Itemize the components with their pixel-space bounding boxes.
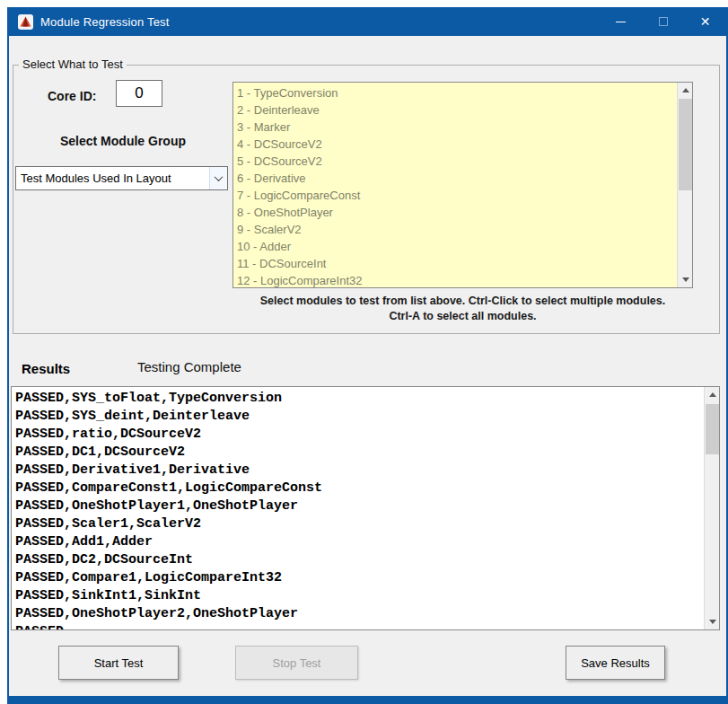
close-button[interactable]: ✕ — [684, 7, 726, 36]
module-list-item[interactable]: 10 - Adder — [237, 238, 677, 255]
results-listbox[interactable]: PASSED,SYS_toFloat,TypeConversionPASSED,… — [11, 386, 720, 630]
results-clip: PASSED,SYS_toFloat,TypeConversionPASSED,… — [12, 387, 704, 629]
module-list-item[interactable]: 12 - LogicCompareInt32 — [237, 272, 677, 287]
maximize-icon — [659, 17, 668, 26]
titlebar[interactable]: Module Regression Test ✕ — [9, 7, 726, 36]
module-list-item[interactable]: 3 - Marker — [237, 119, 677, 136]
chevron-down-icon — [215, 172, 224, 181]
results-scrollbar-thumb[interactable] — [706, 404, 719, 454]
testing-status-text: Testing Complete — [137, 359, 241, 374]
minimize-icon — [616, 22, 626, 22]
results-label: Results — [22, 361, 70, 376]
result-line[interactable]: PASSED,Compare1,LogicCompareInt32 — [15, 569, 704, 587]
scroll-down-icon[interactable] — [705, 614, 720, 629]
result-line[interactable]: PASSED,OneShotPlayer2,OneShotPlayer — [15, 605, 704, 623]
group-label: Select What to Test — [19, 57, 127, 71]
result-line[interactable]: PASSED,Scaler1,ScalerV2 — [15, 515, 704, 533]
result-line[interactable]: PASSED,CompareConst1,LogicCompareConst — [15, 480, 704, 497]
module-group-selected-value: Test Modules Used In Layout — [16, 172, 209, 185]
modules-listbox[interactable]: 1 - TypeConversion2 - Deinterleave3 - Ma… — [232, 82, 693, 288]
stop-test-button[interactable]: Stop Test — [235, 646, 358, 680]
result-line-partial: PASSED, — [15, 623, 704, 629]
scroll-up-icon[interactable] — [678, 83, 693, 98]
start-test-button[interactable]: Start Test — [58, 646, 179, 680]
module-group-label: Select Module Group — [15, 134, 231, 148]
scroll-down-icon[interactable] — [678, 272, 693, 287]
result-line[interactable]: PASSED,OneShotPlayer1,OneShotPlayer — [15, 497, 704, 515]
module-list-item[interactable]: 6 - Derivative — [237, 170, 677, 187]
module-list-item[interactable]: 4 - DCSourceV2 — [237, 136, 677, 153]
module-list-item[interactable]: 5 - DCSourceV2 — [237, 153, 677, 170]
window-body: Select What to Test Core ID: 0 Select Mo… — [9, 36, 726, 696]
results-items: PASSED,SYS_toFloat,TypeConversionPASSED,… — [15, 390, 704, 623]
result-line[interactable]: PASSED,SYS_deint,Deinterleave — [15, 408, 704, 426]
modules-help-text: Select modules to test from list above. … — [232, 294, 693, 324]
module-list-item[interactable]: 1 - TypeConversion — [237, 84, 677, 101]
select-what-to-test-group: Select What to Test Core ID: 0 Select Mo… — [13, 65, 720, 334]
matlab-icon — [18, 14, 33, 30]
help-line-2: Ctrl-A to select all modules. — [232, 309, 693, 324]
core-id-label: Core ID: — [48, 89, 96, 103]
module-regression-test-window: Module Regression Test ✕ Select What to … — [7, 7, 728, 704]
result-line[interactable]: PASSED,SYS_toFloat,TypeConversion — [15, 390, 704, 408]
result-line[interactable]: PASSED,Add1,Adder — [15, 533, 704, 551]
help-line-1: Select modules to test from list above. … — [232, 294, 693, 309]
maximize-button[interactable] — [642, 7, 684, 36]
modules-scrollbar[interactable] — [677, 83, 692, 287]
module-list-item[interactable]: 9 - ScalerV2 — [237, 221, 677, 238]
core-id-input[interactable]: 0 — [116, 80, 162, 107]
module-list-item[interactable]: 2 - Deinterleave — [237, 101, 677, 119]
window-title: Module Regression Test — [40, 15, 170, 29]
modules-scrollbar-thumb[interactable] — [679, 99, 692, 190]
scroll-up-icon[interactable] — [705, 387, 720, 402]
result-line[interactable]: PASSED,DC1,DCSourceV2 — [15, 444, 704, 462]
caption-buttons: ✕ — [600, 7, 726, 36]
module-group-dropdown[interactable]: Test Modules Used In Layout — [15, 166, 228, 190]
module-list-item[interactable]: 8 - OneShotPlayer — [237, 204, 677, 221]
modules-items: 1 - TypeConversion2 - Deinterleave3 - Ma… — [233, 83, 677, 287]
result-line[interactable]: PASSED,SinkInt1,SinkInt — [15, 587, 704, 605]
save-results-button[interactable]: Save Results — [566, 646, 665, 680]
result-line[interactable]: PASSED,DC2,DCSourceInt — [15, 551, 704, 569]
result-line[interactable]: PASSED,Derivative1,Derivative — [15, 462, 704, 480]
result-line[interactable]: PASSED,ratio,DCSourceV2 — [15, 426, 704, 444]
module-list-item[interactable]: 11 - DCSourceInt — [237, 255, 677, 272]
module-list-item[interactable]: 7 - LogicCompareConst — [237, 187, 677, 204]
dropdown-arrow-box[interactable] — [209, 167, 227, 189]
minimize-button[interactable] — [600, 7, 642, 36]
results-scrollbar[interactable] — [704, 387, 719, 629]
